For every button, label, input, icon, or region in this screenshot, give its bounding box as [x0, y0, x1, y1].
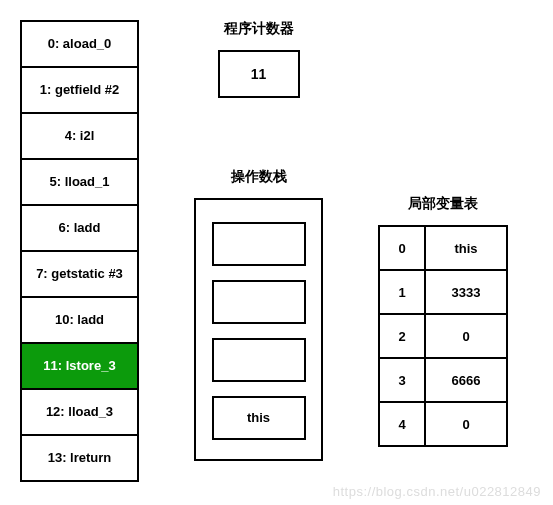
- operand-stack-section: 操作数栈 this: [194, 168, 323, 461]
- stack-slot: [212, 280, 306, 324]
- instruction-item: 12: lload_3: [22, 390, 137, 436]
- table-row: 2 0: [379, 314, 507, 358]
- lvt-index: 4: [379, 402, 425, 446]
- table-row: 3 6666: [379, 358, 507, 402]
- lvt-index: 1: [379, 270, 425, 314]
- lvt-index: 2: [379, 314, 425, 358]
- instruction-item: 0: aload_0: [22, 22, 137, 68]
- instruction-item: 6: ladd: [22, 206, 137, 252]
- stack-slot: [212, 338, 306, 382]
- diagram-root: 0: aload_0 1: getfield #2 4: i2l 5: lloa…: [20, 20, 533, 482]
- lvt-value: 6666: [425, 358, 507, 402]
- lvt-value: 0: [425, 314, 507, 358]
- stack-slot: [212, 222, 306, 266]
- lvt-value: this: [425, 226, 507, 270]
- table-row: 1 3333: [379, 270, 507, 314]
- table-row: 0 this: [379, 226, 507, 270]
- right-column: 局部变量表 0 this 1 3333 2 0 3 6666 4 0: [378, 195, 508, 447]
- lvt-index: 3: [379, 358, 425, 402]
- operand-stack-title: 操作数栈: [231, 168, 287, 186]
- instruction-item: 4: i2l: [22, 114, 137, 160]
- local-variable-table: 0 this 1 3333 2 0 3 6666 4 0: [378, 225, 508, 447]
- program-counter-title: 程序计数器: [224, 20, 294, 38]
- lvt-value: 0: [425, 402, 507, 446]
- instruction-item: 13: lreturn: [22, 436, 137, 480]
- local-variable-table-title: 局部变量表: [408, 195, 478, 213]
- program-counter-section: 程序计数器 11: [218, 20, 300, 98]
- operand-stack: this: [194, 198, 323, 461]
- lvt-index: 0: [379, 226, 425, 270]
- instruction-list: 0: aload_0 1: getfield #2 4: i2l 5: lloa…: [20, 20, 139, 482]
- instruction-item: 1: getfield #2: [22, 68, 137, 114]
- instruction-item-current: 11: lstore_3: [22, 344, 137, 390]
- instruction-item: 5: lload_1: [22, 160, 137, 206]
- instruction-item: 7: getstatic #3: [22, 252, 137, 298]
- table-row: 4 0: [379, 402, 507, 446]
- stack-slot: this: [212, 396, 306, 440]
- watermark: https://blog.csdn.net/u022812849: [333, 484, 541, 499]
- program-counter-value: 11: [218, 50, 300, 98]
- lvt-value: 3333: [425, 270, 507, 314]
- middle-column: 程序计数器 11 操作数栈 this: [194, 20, 323, 461]
- instruction-item: 10: ladd: [22, 298, 137, 344]
